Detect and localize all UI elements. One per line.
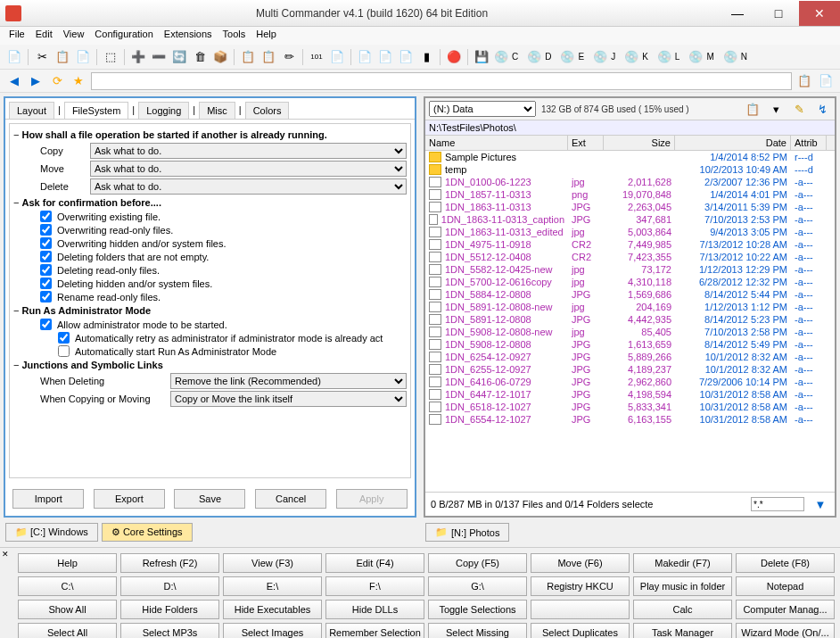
junc-select-0[interactable]: Remove the link (Recommended) <box>170 373 407 389</box>
go-icon[interactable]: 📋 <box>795 72 813 90</box>
drive-select[interactable]: (N:) Data <box>429 101 536 117</box>
file-row[interactable]: 1DN_5884-12-0808JPG1,569,6868/14/2012 5:… <box>425 288 835 301</box>
cmd-button[interactable]: Edit (F4) <box>325 553 424 573</box>
file-row[interactable]: 1DN_5891-12-0808-newjpg204,1691/12/2013 … <box>425 301 835 313</box>
cmd-button[interactable]: Hide DLLs <box>325 600 424 619</box>
tab-misc[interactable]: Misc <box>199 102 235 119</box>
chk-confirm-0[interactable] <box>40 211 52 222</box>
forward-icon[interactable]: ▶ <box>27 72 45 90</box>
path-bar[interactable]: N:\TestFiles\Photos\ <box>425 120 835 136</box>
file-row[interactable]: 1DN_6254-12-0927JPG5,889,26610/1/2012 8:… <box>425 351 835 363</box>
chk-confirm-2[interactable] <box>40 237 52 249</box>
col-name[interactable]: Name <box>425 136 568 150</box>
cmd-button[interactable]: G:\ <box>428 576 527 596</box>
history-icon[interactable]: ⟳ <box>48 72 66 90</box>
new-icon[interactable]: 📄 <box>5 48 23 66</box>
drive-N-icon[interactable]: 💿 <box>721 48 739 66</box>
menu-configuration[interactable]: Configuration <box>95 29 152 43</box>
refresh-pane-icon[interactable]: ↯ <box>813 100 831 118</box>
chk-confirm-6[interactable] <box>40 291 52 302</box>
tab-colors[interactable]: Colors <box>245 102 290 119</box>
tab-filesystem[interactable]: FileSystem <box>64 102 128 119</box>
select-icon[interactable]: ⬚ <box>102 48 119 66</box>
save-button[interactable]: Save <box>174 489 245 509</box>
col-ext[interactable]: Ext <box>568 136 604 150</box>
cmd-button[interactable]: C:\ <box>18 576 117 596</box>
file-row[interactable]: 1DN_1863-11-0313_editedjpg5,003,8649/4/2… <box>425 226 835 238</box>
cmd-button[interactable]: Task Manager <box>633 623 732 638</box>
cmd-button[interactable]: Wizard Mode (On/... <box>736 623 835 638</box>
file-row[interactable]: 1DN_4975-11-0918CR27,449,9857/13/2012 10… <box>425 238 835 251</box>
copy-op-icon[interactable]: 📋 <box>239 48 257 66</box>
cmd-button[interactable] <box>531 600 630 619</box>
drive-C-icon[interactable]: 💿 <box>492 48 510 66</box>
minimize-button[interactable]: — <box>717 1 758 26</box>
menu-extensions[interactable]: Extensions <box>164 29 212 43</box>
col-date[interactable]: Date <box>675 136 791 150</box>
edit-icon[interactable]: ✏ <box>280 48 298 66</box>
op-select-1[interactable]: Ask what to do. <box>90 161 407 177</box>
chk-admin-allow[interactable] <box>40 319 52 330</box>
maximize-button[interactable]: □ <box>758 1 799 26</box>
cut-icon[interactable]: ✂ <box>33 48 51 66</box>
panetab[interactable]: ⚙ Core Settings <box>102 523 193 542</box>
file-row[interactable]: 1DN_5700-12-0616copyjpg4,310,1186/28/201… <box>425 276 835 288</box>
move-op-icon[interactable]: 📋 <box>259 48 277 66</box>
file-row[interactable]: 1DN_5582-12-0425-newjpg73,1721/12/2013 1… <box>425 263 835 276</box>
cmd-button[interactable]: Copy (F5) <box>428 553 527 573</box>
import-button[interactable]: Import <box>12 489 84 509</box>
cmd-button[interactable]: Calc <box>633 600 732 619</box>
tool-icon[interactable]: 📄 <box>817 72 835 90</box>
cmd-button[interactable]: F:\ <box>325 576 424 596</box>
chk-confirm-3[interactable] <box>40 251 52 262</box>
tool4-icon[interactable]: 📄 <box>397 48 415 66</box>
drive-L-icon[interactable]: 💿 <box>655 48 673 66</box>
back-icon[interactable]: ◀ <box>5 72 23 90</box>
pack-icon[interactable]: 📦 <box>211 48 229 66</box>
copy-path-icon[interactable]: 📋 <box>744 100 762 118</box>
file-row[interactable]: 1DN_5908-12-0808JPG1,613,6598/14/2012 5:… <box>425 338 835 351</box>
cmd-button[interactable]: Select MP3s <box>120 623 219 638</box>
chk-confirm-4[interactable] <box>40 264 52 276</box>
tree-icon[interactable]: ▾ <box>767 100 785 118</box>
drive-D-icon[interactable]: 💿 <box>525 48 543 66</box>
cancel-button[interactable]: Cancel <box>255 489 326 509</box>
copy-icon[interactable]: 📋 <box>54 48 71 66</box>
close-btngrid-icon[interactable]: ✕ <box>2 550 9 559</box>
cmd-button[interactable]: Remember Selection <box>325 623 424 638</box>
color-icon[interactable]: 🔴 <box>445 48 463 66</box>
file-row[interactable]: 1DN_6554-12-1027JPG6,163,15510/31/2012 8… <box>425 413 835 426</box>
cmd-button[interactable]: View (F3) <box>223 553 322 573</box>
apply-button[interactable]: Apply <box>336 489 408 509</box>
file-row[interactable]: 1DN_1863-11-0313_captionJPG347,6817/10/2… <box>425 213 835 226</box>
filter-icon[interactable]: ▼ <box>811 495 829 513</box>
menu-tools[interactable]: Tools <box>223 29 246 43</box>
address-input[interactable] <box>91 72 792 90</box>
menu-help[interactable]: Help <box>256 29 276 43</box>
chk-admin-retry[interactable] <box>58 332 70 344</box>
file-row[interactable]: 1DN_6518-12-1027JPG5,833,34110/31/2012 8… <box>425 401 835 413</box>
tool2-icon[interactable]: 📄 <box>356 48 374 66</box>
tab-logging[interactable]: Logging <box>138 102 189 119</box>
cmd-button[interactable]: Toggle Selections <box>428 600 527 619</box>
cmd-button[interactable]: D:\ <box>120 576 219 596</box>
menu-view[interactable]: View <box>63 29 85 43</box>
cmd-button[interactable]: Move (F6) <box>531 553 630 573</box>
menu-edit[interactable]: Edit <box>36 29 53 43</box>
cmd-button[interactable]: Select Missing <box>428 623 527 638</box>
cmd-button[interactable]: Registry HKCU <box>531 576 630 596</box>
file-row[interactable]: 1DN_5908-12-0808-newjpg85,4057/10/2013 2… <box>425 326 835 338</box>
refresh-icon[interactable]: 🔄 <box>170 48 188 66</box>
cmd-button[interactable]: Select All <box>18 623 117 638</box>
cmd-button[interactable]: Select Images <box>223 623 322 638</box>
cmd-button[interactable]: Select Duplicates <box>531 623 630 638</box>
cmd-button[interactable]: Notepad <box>736 576 835 596</box>
drive-K-icon[interactable]: 💿 <box>622 48 640 66</box>
cmd-button[interactable]: Hide Folders <box>120 600 219 619</box>
close-button[interactable]: ✕ <box>799 1 840 26</box>
drive-E-icon[interactable]: 💿 <box>558 48 576 66</box>
op-select-0[interactable]: Ask what to do. <box>90 143 407 159</box>
filter-input[interactable] <box>751 497 804 511</box>
cmd-button[interactable]: Show All <box>18 600 117 619</box>
cmd-button[interactable]: Delete (F8) <box>736 553 835 573</box>
